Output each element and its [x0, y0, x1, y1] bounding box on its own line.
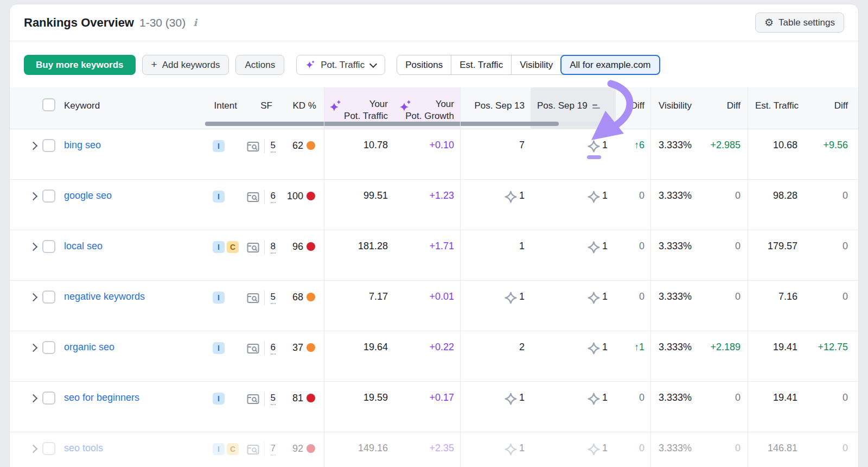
keyword-link[interactable]: google seo	[64, 190, 112, 201]
segment-visibility[interactable]: Visibility	[511, 55, 561, 74]
column-header-visibility[interactable]: Visibility	[650, 87, 700, 122]
pos-sep13-cell: 1	[460, 180, 531, 230]
kd-difficulty-dot	[307, 293, 315, 301]
pos-diff-value: ↑1	[616, 331, 650, 381]
metric-dropdown[interactable]: Pot. Traffic	[296, 55, 385, 75]
column-header-pos-diff[interactable]: Diff	[616, 87, 650, 122]
pot-growth-value: +0.17	[394, 382, 460, 432]
sf-count[interactable]: 8	[271, 241, 276, 254]
keyword-link[interactable]: bing seo	[64, 140, 101, 151]
intent-cell: I	[206, 281, 241, 331]
kd-value: 81	[292, 393, 303, 404]
header-pot-traffic-line2: Pot. Traffic	[344, 110, 388, 122]
serp-features-icon[interactable]	[246, 191, 260, 204]
metric-dropdown-label: Pot. Traffic	[321, 60, 365, 71]
column-header-pot-traffic[interactable]: Your Pot. Traffic	[324, 87, 394, 122]
est-traffic-value: 98.28	[748, 180, 808, 230]
sf-cell: 5	[264, 281, 281, 331]
sf-count[interactable]: 6	[271, 342, 276, 355]
sf-count[interactable]: 5	[271, 393, 276, 405]
segment-est-traffic[interactable]: Est. Traffic	[451, 55, 511, 74]
serp-features-icon[interactable]	[246, 444, 260, 456]
header-pot-growth-line1: Your	[436, 98, 454, 110]
kd-value: 62	[292, 140, 303, 152]
serp-features-icon[interactable]	[246, 343, 260, 355]
intent-badge-i: I	[213, 342, 225, 354]
sf-cell: 6	[264, 331, 281, 381]
kd-cell: 96	[281, 230, 324, 280]
actions-button[interactable]: Actions	[235, 55, 284, 75]
visibility-diff-value: 0	[700, 180, 748, 230]
row-checkbox[interactable]	[42, 139, 55, 152]
row-checkbox[interactable]	[42, 190, 55, 203]
column-header-pos-sep13[interactable]: Pos. Sep 13	[460, 87, 531, 122]
column-header-visibility-diff[interactable]: Diff	[700, 87, 748, 122]
chevron-right-icon[interactable]	[29, 394, 37, 403]
row-checkbox[interactable]	[42, 291, 55, 304]
sf-cell: 7	[264, 432, 281, 467]
kd-difficulty-dot	[307, 141, 315, 150]
chevron-right-icon[interactable]	[29, 344, 37, 352]
sf-count[interactable]: 5	[271, 292, 276, 304]
chevron-right-icon[interactable]	[29, 192, 37, 201]
pos-diff-value: 0	[616, 281, 650, 331]
chevron-right-icon[interactable]	[29, 142, 37, 150]
serp-features-icon[interactable]	[246, 242, 260, 254]
chevron-right-icon[interactable]	[29, 243, 37, 251]
serp-features-icon[interactable]	[246, 292, 260, 305]
chevron-right-icon[interactable]	[29, 293, 37, 302]
pos-sep19-cell: 1	[531, 382, 616, 432]
sparkles-icon	[329, 99, 343, 113]
visibility-diff-value: 0	[700, 281, 748, 331]
kd-value: 92	[292, 443, 303, 455]
column-header-intent[interactable]: Intent	[206, 87, 241, 122]
keyword-link[interactable]: organic seo	[64, 342, 114, 353]
intent-badge-i: I	[213, 393, 225, 405]
select-all-checkbox[interactable]	[42, 98, 55, 111]
keyword-link[interactable]: negative keywords	[64, 291, 145, 302]
sf-count[interactable]: 5	[271, 140, 276, 153]
column-header-pot-growth[interactable]: Your Pot. Growth	[394, 87, 460, 122]
buy-more-keywords-button[interactable]: Buy more keywords	[24, 55, 136, 75]
segment-positions[interactable]: Positions	[397, 55, 451, 74]
add-keywords-button[interactable]: + Add keywords	[142, 55, 229, 75]
table-row: organic seo I 6 37 19.64 +0.22 2 1 ↑1 3.…	[10, 331, 858, 382]
segment-all-for-example-com[interactable]: All for example.com	[560, 55, 660, 75]
checkbox-cell	[42, 129, 62, 179]
pagination-range: 1-30 (30)	[139, 16, 186, 29]
horizontal-scrollbar-thumb[interactable]	[205, 122, 559, 126]
checkbox-cell	[42, 331, 62, 381]
serp-features-icon[interactable]	[246, 141, 260, 153]
serp-features-icon[interactable]	[246, 393, 260, 406]
keyword-cell: bing seo	[62, 129, 206, 179]
info-icon[interactable]: i	[193, 17, 197, 28]
row-checkbox[interactable]	[42, 341, 55, 354]
pos-sep13-value: 1	[519, 291, 525, 302]
header-expand-spacer	[24, 87, 42, 122]
kd-difficulty-dot	[307, 242, 315, 251]
column-header-kd[interactable]: KD %	[281, 87, 324, 122]
row-checkbox[interactable]	[42, 442, 55, 455]
column-header-pos-sep19[interactable]: Pos. Sep 19	[531, 87, 616, 122]
pot-growth-value: +1.71	[394, 230, 460, 280]
sf-count[interactable]: 6	[271, 191, 276, 203]
sf-count[interactable]: 7	[271, 443, 276, 456]
column-group-divider	[748, 87, 748, 467]
column-header-keyword[interactable]: Keyword	[62, 87, 206, 122]
table-settings-button[interactable]: ⚙ Table settings	[755, 12, 844, 33]
pos-sep19-cell: 1	[531, 230, 616, 280]
keyword-link[interactable]: seo tools	[64, 443, 103, 454]
keyword-link[interactable]: local seo	[64, 241, 103, 252]
row-checkbox[interactable]	[42, 392, 55, 405]
keyword-link[interactable]: seo for beginners	[64, 392, 139, 403]
column-header-est-traffic[interactable]: Est. Traffic	[748, 87, 808, 122]
row-checkbox[interactable]	[42, 240, 55, 253]
est-traffic-value: 179.57	[748, 230, 808, 280]
pos-sep19-value: 1	[602, 140, 608, 151]
keyword-cell: local seo	[62, 230, 206, 280]
chevron-right-icon[interactable]	[29, 445, 37, 453]
column-header-sf[interactable]: SF	[264, 87, 281, 122]
kd-value: 96	[292, 241, 303, 253]
column-header-est-traffic-diff[interactable]: Diff	[808, 87, 858, 122]
intent-badge-i: I	[213, 140, 225, 152]
